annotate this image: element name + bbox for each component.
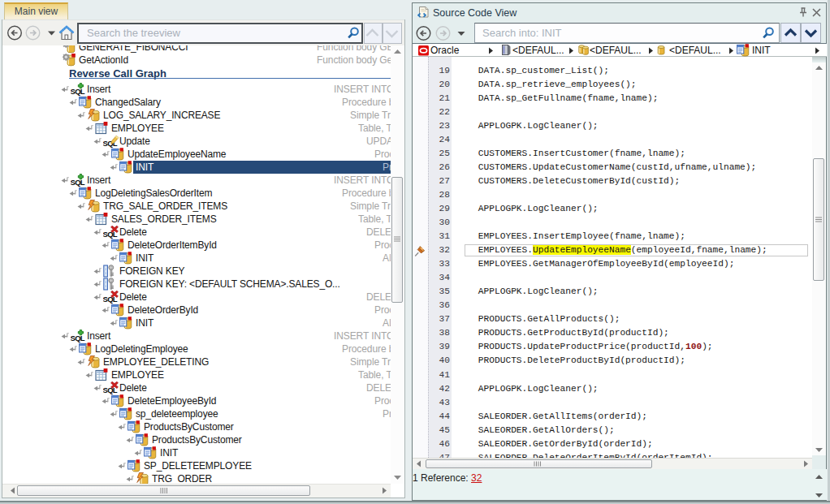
svg-text:SQL: SQL bbox=[71, 178, 85, 187]
svg-text:SQL: SQL bbox=[71, 87, 85, 96]
svg-text:SQL: SQL bbox=[71, 334, 85, 342]
